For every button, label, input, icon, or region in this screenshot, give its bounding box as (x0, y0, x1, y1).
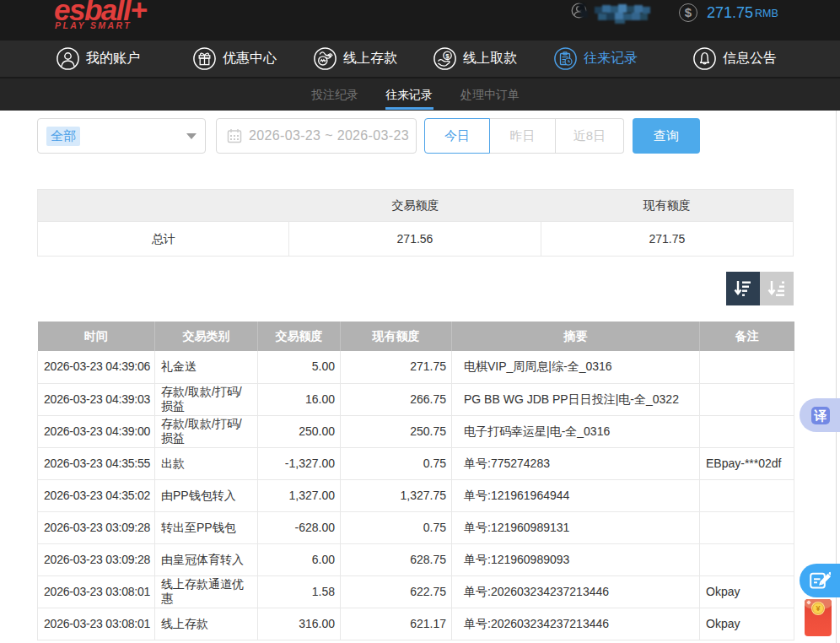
svg-text:$: $ (445, 52, 450, 60)
